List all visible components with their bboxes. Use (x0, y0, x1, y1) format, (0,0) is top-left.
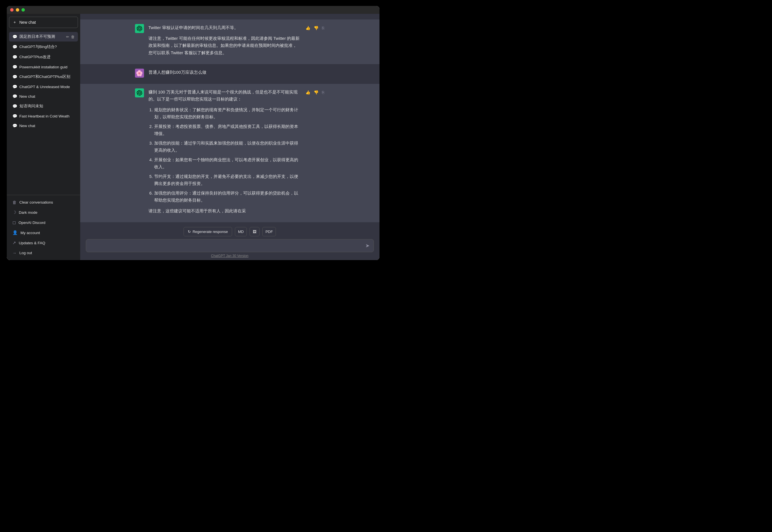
conv-item-label: New chat (19, 124, 35, 128)
ai-intro: 赚到 100 万美元对于普通人来说可能是一个很大的挑战，但是也不是不可能实现的。… (149, 88, 300, 103)
list-item: 规划您的财务状况：了解您的现有资产和负债情况，并制定一个可行的财务计划，以帮助您… (154, 106, 300, 121)
msg-text: Twitter 审核认证申请的时间在几天到几周不等。 (149, 24, 300, 31)
conv-item-label: ChatGPTPlus改进 (19, 54, 51, 60)
conv-item-label: 国足胜日本不可预测 (19, 34, 55, 39)
export-image-button[interactable]: 🖼 (250, 227, 259, 236)
thumbs-up-button[interactable]: 👍 (305, 90, 311, 95)
conversation-item[interactable]: 💬 ChatGPT和ChatGPTPlus区别 (9, 72, 78, 82)
message-content: 普通人想赚到100万应该怎么做 (149, 69, 325, 79)
conv-item-left: 💬 Powernukkit installation guid (12, 65, 67, 69)
chat-icon: 💬 (12, 55, 17, 59)
close-button[interactable] (10, 8, 14, 12)
conversation-item[interactable]: 💬 Powernukkit installation guid (9, 62, 78, 71)
conv-item-left: 💬 ChatGPT & Unreleased Mode (12, 84, 70, 89)
message-inner: 赚到 100 万美元对于普通人来说可能是一个很大的挑战，但是也不是不可能实现的。… (128, 88, 332, 218)
conversation-item[interactable]: 💬 New chat (9, 92, 78, 101)
conv-item-left: 💬 短语询问未知 (12, 104, 43, 109)
message-inner: 🌸 普通人想赚到100万应该怎么做 (128, 69, 332, 79)
main-window: ＋ New chat 💬 国足胜日本不可预测 ✏ 🗑 💬 ChatGPT与Bin… (7, 6, 380, 260)
clear-icon: 🗑 (12, 200, 17, 205)
chat-icon: 💬 (12, 45, 17, 49)
list-item: 加强您的信用评分：通过保持良好的信用评分，可以获得更多的贷款机会，以帮助您实现您… (154, 189, 300, 204)
conv-item-left: 💬 ChatGPTPlus改进 (12, 54, 51, 60)
conversation-item[interactable]: 💬 短语询问未知 (9, 101, 78, 111)
account-label: My account (21, 231, 40, 235)
titlebar (7, 6, 380, 14)
regen-label: Regenerate response (193, 230, 228, 234)
conv-item-label: ChatGPT与Bing结合? (19, 44, 57, 49)
ai-list: 规划您的财务状况：了解您的现有资产和负债情况，并制定一个可行的财务计划，以帮助您… (149, 106, 300, 204)
faq-label: Updates & FAQ (19, 241, 45, 245)
export-md-button[interactable]: MD (235, 227, 247, 236)
account-icon: 👤 (12, 230, 18, 235)
send-icon: ➤ (365, 243, 370, 248)
edit-icon[interactable]: ✏ (66, 35, 69, 39)
conversation-item[interactable]: 💬 ChatGPT & Unreleased Mode (9, 82, 78, 91)
chat-input[interactable] (90, 242, 363, 249)
conversation-list: 💬 国足胜日本不可预测 ✏ 🗑 💬 ChatGPT与Bing结合? 💬 Chat… (7, 31, 80, 195)
copy-button[interactable]: ⎘ (321, 90, 325, 95)
conversation-item[interactable]: 💬 Fast Heartbeat in Cold Weath (9, 112, 78, 121)
conv-item-left: 💬 国足胜日本不可预测 (12, 34, 55, 39)
conv-item-label: New chat (19, 94, 35, 99)
bottom-bar: ↻ Regenerate response MD 🖼 PDF ➤ (80, 224, 380, 260)
image-icon: 🖼 (253, 230, 256, 234)
conv-item-label: 短语询问未知 (19, 104, 43, 109)
chat-icon: 💬 (12, 65, 17, 69)
conversation-item[interactable]: 💬 ChatGPTPlus改进 (9, 52, 78, 62)
thumbs-down-button[interactable]: 👎 (313, 90, 319, 95)
logout-label: Log out (19, 251, 32, 255)
md-icon: MD (238, 230, 244, 234)
message-row: Twitter 审核认证申请的时间在几天到几周不等。 请注意，Twitter 可… (80, 19, 380, 64)
regen-row: ↻ Regenerate response MD 🖼 PDF (86, 227, 374, 236)
message-row: 🌸 普通人想赚到100万应该怎么做 (80, 64, 380, 84)
faq-icon: ↗ (12, 240, 16, 245)
conv-item-label: ChatGPT和ChatGPTPlus区别 (19, 74, 71, 79)
conversation-item[interactable]: 💬 国足胜日本不可预测 ✏ 🗑 (9, 32, 78, 42)
conv-item-left: 💬 New chat (12, 123, 35, 128)
chat-icon: 💬 (12, 84, 17, 89)
darkmode-label: Dark mode (19, 210, 38, 215)
message-actions: 👍 👎 ⎘ (305, 24, 325, 60)
conversation-item[interactable]: 💬 ChatGPT与Bing结合? (9, 42, 78, 52)
conv-item-label: Powernukkit installation guid (19, 65, 67, 69)
new-chat-button[interactable]: ＋ New chat (9, 17, 78, 28)
user-avatar: 🌸 (135, 69, 144, 78)
list-item: 加强您的技能：通过学习和实践来加强您的技能，以便在您的职业生涯中获得更高的收入。 (154, 139, 300, 154)
conversation-item[interactable]: 💬 New chat (9, 121, 78, 130)
minimize-button[interactable] (16, 8, 19, 12)
conv-item-left: 💬 Fast Heartbeat in Cold Weath (12, 114, 70, 118)
export-pdf-button[interactable]: PDF (262, 227, 276, 236)
chat-icon: 💬 (12, 34, 17, 39)
conv-item-actions: ✏ 🗑 (66, 35, 75, 39)
fullscreen-button[interactable] (21, 8, 25, 12)
avatar (135, 24, 144, 33)
chat-icon: 💬 (12, 123, 17, 128)
footer-link[interactable]: ChatGPT Jan 30 Version (211, 254, 248, 258)
sidebar-action-discord[interactable]: ◻ OpenAI Discord (9, 217, 78, 228)
ai-tail: 请注意，这些建议可能不适用于所有人，因此请在采 (149, 207, 300, 215)
list-item: 开展创业：如果您有一个独特的商业想法，可以考虑开展创业，以获得更高的收入。 (154, 156, 300, 171)
regenerate-button[interactable]: ↻ Regenerate response (184, 227, 232, 236)
message-row: 赚到 100 万美元对于普通人来说可能是一个很大的挑战，但是也不是不可能实现的。… (80, 84, 380, 223)
chat-messages: Twitter 审核认证申请的时间在几天到几周不等。 请注意，Twitter 可… (80, 14, 380, 224)
delete-icon[interactable]: 🗑 (71, 35, 75, 39)
new-chat-label: New chat (19, 20, 36, 25)
sidebar-action-darkmode[interactable]: ☽ Dark mode (9, 207, 78, 217)
sidebar-action-clear[interactable]: 🗑 Clear conversations (9, 197, 78, 207)
clear-label: Clear conversations (19, 200, 53, 204)
sidebar-action-logout[interactable]: → Log out (9, 248, 78, 258)
darkmode-icon: ☽ (12, 210, 16, 215)
plus-icon: ＋ (13, 20, 17, 25)
sidebar-action-faq[interactable]: ↗ Updates & FAQ (9, 238, 78, 248)
message-content: 赚到 100 万美元对于普通人来说可能是一个很大的挑战，但是也不是不可能实现的。… (149, 88, 300, 218)
sidebar-action-account[interactable]: 👤 My account (9, 228, 78, 238)
copy-button[interactable]: ⎘ (321, 25, 325, 31)
message-inner: Twitter 审核认证申请的时间在几天到几周不等。 请注意，Twitter 可… (128, 24, 332, 60)
thumbs-up-button[interactable]: 👍 (305, 25, 311, 31)
input-row: ➤ (86, 239, 374, 252)
discord-icon: ◻ (12, 220, 16, 225)
thumbs-down-button[interactable]: 👎 (313, 25, 319, 31)
chat-icon: 💬 (12, 104, 17, 108)
send-button[interactable]: ➤ (365, 243, 370, 249)
